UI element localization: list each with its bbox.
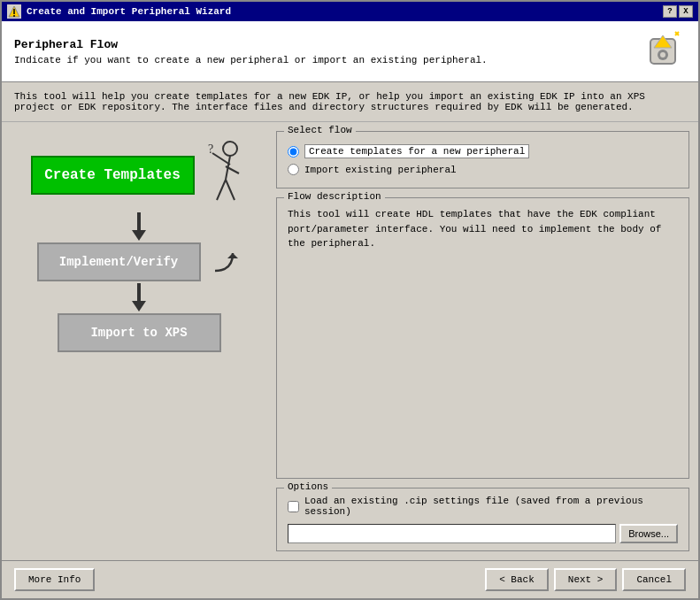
title-icon [7, 4, 21, 19]
svg-marker-18 [227, 253, 238, 258]
create-templates-step[interactable]: Create Templates [31, 156, 195, 195]
arrow-1 [132, 212, 146, 241]
svg-line-16 [226, 180, 235, 200]
main-content: Create Templates ? [2, 122, 698, 560]
title-bar-left: Create and Import Peripheral Wizard [7, 4, 231, 19]
flow-description-title: Flow description [284, 191, 385, 202]
svg-point-11 [223, 142, 237, 156]
description-bar: This tool will help you create templates… [2, 82, 698, 122]
right-panel: Select flow Create templates for a new p… [276, 131, 689, 551]
options-input-row: Browse... [288, 524, 678, 543]
select-flow-title: Select flow [284, 125, 356, 135]
radio-create-label: Create templates for a new peripheral [304, 144, 529, 158]
close-button[interactable]: X [679, 5, 693, 18]
options-title: Options [284, 481, 332, 492]
radio-option-import[interactable]: Import existing peripheral [288, 164, 678, 175]
back-button[interactable]: < Back [485, 568, 549, 591]
title-bar: Create and Import Peripheral Wizard ? X [2, 2, 698, 21]
load-cip-label: Load an existing .cip settings file (sav… [304, 496, 678, 517]
bottom-bar: More Info < Back Next > Cancel [2, 560, 698, 598]
curved-arrow-icon [206, 244, 242, 280]
radio-import[interactable] [288, 164, 299, 175]
radio-create[interactable] [288, 146, 299, 158]
flow-panel: Create Templates ? [11, 131, 267, 551]
radio-import-label: Import existing peripheral [304, 165, 457, 175]
load-cip-checkbox[interactable] [288, 501, 299, 512]
description-text: This tool will help you create templates… [14, 91, 645, 112]
cancel-button[interactable]: Cancel [622, 568, 686, 591]
flow-description-group: Flow description This tool will create H… [276, 197, 689, 479]
header-wizard-icon [640, 28, 686, 74]
browse-button[interactable]: Browse... [619, 524, 678, 543]
header-title: Peripheral Flow [14, 38, 640, 51]
header-subtitle: Indicate if you want to create a new per… [14, 55, 640, 65]
options-group: Options Load an existing .cip settings f… [276, 488, 689, 551]
implement-verify-step: Implement/Verify [37, 242, 201, 281]
select-flow-group: Select flow Create templates for a new p… [276, 131, 689, 188]
bottom-right-buttons: < Back Next > Cancel [485, 568, 686, 591]
header-text: Peripheral Flow Indicate if you want to … [14, 38, 640, 65]
svg-line-15 [217, 180, 226, 200]
title-bar-controls: ? X [663, 5, 693, 18]
window-title: Create and Import Peripheral Wizard [27, 6, 231, 17]
cip-file-input[interactable] [288, 524, 616, 543]
bottom-left-buttons: More Info [14, 568, 95, 591]
stickman-icon: ? [204, 140, 248, 211]
flow-description-text: This tool will create HDL templates that… [288, 207, 678, 251]
radio-option-create[interactable]: Create templates for a new peripheral [288, 144, 678, 158]
svg-point-8 [660, 52, 665, 58]
header-section: Peripheral Flow Indicate if you want to … [2, 21, 698, 82]
import-xps-step: Import to XPS [58, 313, 221, 352]
arrow-2 [132, 283, 146, 312]
options-checkbox-row[interactable]: Load an existing .cip settings file (sav… [288, 496, 678, 517]
wizard-window: Create and Import Peripheral Wizard ? X … [0, 0, 700, 600]
next-button[interactable]: Next > [554, 568, 618, 591]
help-button[interactable]: ? [663, 5, 677, 18]
svg-text:?: ? [208, 142, 213, 156]
more-info-button[interactable]: More Info [14, 568, 95, 591]
svg-point-3 [13, 15, 15, 17]
